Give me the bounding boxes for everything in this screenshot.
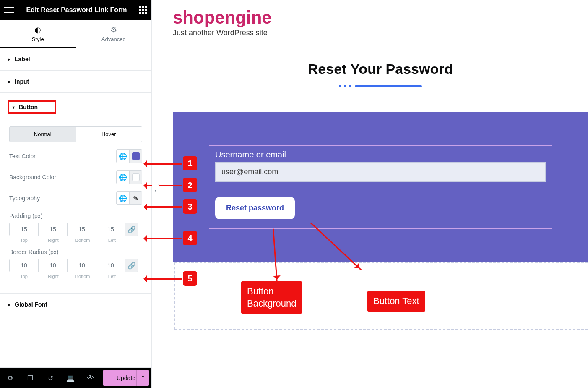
globe-icon[interactable]: 🌐 bbox=[117, 150, 129, 163]
sub-top: Top bbox=[9, 274, 39, 279]
reset-password-button[interactable]: Reset password bbox=[215, 197, 295, 219]
padding-right-input[interactable] bbox=[38, 223, 68, 236]
site-title: shopengine bbox=[173, 8, 588, 28]
color-swatch-icon bbox=[132, 173, 140, 181]
sub-left: Left bbox=[97, 238, 127, 243]
annotation-arrow bbox=[145, 185, 182, 186]
radius-sublabels: Top Right Bottom Left bbox=[9, 274, 142, 279]
padding-sublabels: Top Right Bottom Left bbox=[9, 238, 142, 243]
bg-color-swatch[interactable] bbox=[129, 171, 142, 184]
history-icon[interactable]: ↺ bbox=[40, 368, 60, 388]
control-label: Typography bbox=[9, 195, 116, 202]
update-label: Update bbox=[117, 375, 135, 381]
editor-panel: Edit Reset Password Link Form ◐Style ⚙Ad… bbox=[0, 0, 152, 388]
form-inner: Username or email Reset password bbox=[209, 145, 552, 229]
tab-style[interactable]: ◐Style bbox=[0, 20, 76, 48]
site-tagline: Just another WordPress site bbox=[173, 29, 588, 37]
responsive-icon[interactable]: 💻 bbox=[60, 368, 81, 388]
annotation-arrow bbox=[145, 278, 182, 280]
tab-label: Advanced bbox=[101, 36, 126, 42]
annotation-number: 2 bbox=[183, 178, 197, 192]
section-label[interactable]: ▸Label bbox=[0, 48, 151, 71]
annotation-number: 1 bbox=[183, 156, 197, 170]
caret-right-icon: ▸ bbox=[8, 57, 10, 62]
annotation-number: 3 bbox=[183, 199, 197, 214]
padding-inputs: 🔗 bbox=[9, 223, 142, 236]
sub-right: Right bbox=[39, 274, 68, 279]
section-title: Label bbox=[15, 56, 30, 63]
section-title: Button bbox=[19, 104, 52, 110]
caret-right-icon: ▸ bbox=[8, 302, 10, 307]
sub-left: Left bbox=[97, 274, 127, 279]
panel-tabs: ◐Style ⚙Advanced bbox=[0, 20, 151, 48]
panel-header: Edit Reset Password Link Form bbox=[0, 0, 151, 20]
preview-eye-icon[interactable]: 👁 bbox=[81, 368, 101, 388]
padding-label: Padding (px) bbox=[9, 212, 142, 219]
annotation-arrow bbox=[145, 163, 182, 165]
annotation-arrow bbox=[145, 206, 182, 208]
globe-icon[interactable]: 🌐 bbox=[117, 192, 129, 204]
page-heading: Reset Your Password bbox=[173, 61, 588, 77]
control-label: Text Color bbox=[9, 153, 116, 160]
annotation-highlight: ▾ Button bbox=[8, 100, 56, 114]
caret-right-icon: ▸ bbox=[8, 79, 10, 84]
section-button: ▾ Button Normal Hover Text Color 🌐 Backg… bbox=[0, 93, 151, 294]
sub-bottom: Bottom bbox=[68, 238, 97, 243]
hamburger-icon[interactable] bbox=[4, 5, 14, 15]
divider-line bbox=[355, 85, 422, 87]
annotation-label-bg: Button Background bbox=[241, 281, 302, 314]
section-button-head[interactable]: ▾ Button bbox=[0, 93, 151, 121]
seg-normal[interactable]: Normal bbox=[10, 127, 76, 142]
typography-row: Typography 🌐 ✎ bbox=[9, 191, 142, 205]
panel-footer: ⚙ ❐ ↺ 💻 👁 Update ⌃ bbox=[0, 368, 151, 388]
sub-bottom: Bottom bbox=[68, 274, 97, 279]
settings-icon[interactable]: ⚙ bbox=[0, 368, 20, 388]
half-circle-icon: ◐ bbox=[0, 25, 76, 34]
annotation-number: 4 bbox=[183, 231, 197, 245]
update-button[interactable]: Update ⌃ bbox=[103, 370, 149, 386]
section-input[interactable]: ▸Input bbox=[0, 71, 151, 93]
tab-label: Style bbox=[32, 36, 44, 42]
text-color-row: Text Color 🌐 bbox=[9, 149, 142, 163]
radius-bottom-input[interactable] bbox=[67, 259, 96, 272]
form-container: Username or email Reset password + 🗀 E< … bbox=[173, 112, 588, 262]
bg-color-row: Background Color 🌐 bbox=[9, 170, 142, 184]
padding-bottom-input[interactable] bbox=[67, 223, 96, 236]
control-label: Background Color bbox=[9, 174, 116, 181]
caret-down-icon: ▾ bbox=[13, 105, 15, 110]
radius-left-input[interactable] bbox=[96, 259, 125, 272]
form-field-label: Username or email bbox=[215, 150, 546, 160]
padding-left-input[interactable] bbox=[96, 223, 125, 236]
panel-collapse-handle[interactable]: ‹ bbox=[152, 184, 159, 197]
section-title: Global Font bbox=[15, 301, 47, 308]
globe-icon[interactable]: 🌐 bbox=[117, 171, 129, 184]
radius-top-input[interactable] bbox=[9, 259, 39, 272]
radius-inputs: 🔗 bbox=[9, 259, 142, 272]
padding-top-input[interactable] bbox=[9, 223, 39, 236]
link-values-icon[interactable]: 🔗 bbox=[125, 223, 138, 236]
annotation-label-text: Button Text bbox=[367, 291, 425, 312]
preview-area: shopengine Just another WordPress site R… bbox=[152, 0, 588, 388]
divider-dots-icon bbox=[339, 85, 351, 87]
tab-advanced[interactable]: ⚙Advanced bbox=[76, 20, 152, 48]
chevron-up-icon[interactable]: ⌃ bbox=[136, 370, 149, 386]
divider bbox=[173, 85, 588, 87]
panel-title: Edit Reset Password Link Form bbox=[14, 6, 139, 14]
gear-icon: ⚙ bbox=[76, 25, 152, 34]
section-title: Input bbox=[15, 78, 29, 85]
link-values-icon[interactable]: 🔗 bbox=[125, 259, 138, 272]
color-swatch-icon bbox=[132, 152, 140, 160]
pencil-icon[interactable]: ✎ bbox=[129, 192, 142, 204]
sub-top: Top bbox=[9, 238, 39, 243]
annotation-number: 5 bbox=[183, 271, 197, 286]
apps-grid-icon[interactable] bbox=[139, 6, 147, 14]
email-field[interactable] bbox=[215, 162, 546, 182]
section-global-font[interactable]: ▸Global Font bbox=[0, 294, 151, 368]
section-button-body: Normal Hover Text Color 🌐 Background Col… bbox=[0, 121, 151, 293]
radius-right-input[interactable] bbox=[38, 259, 68, 272]
seg-hover[interactable]: Hover bbox=[76, 127, 142, 142]
sub-right: Right bbox=[39, 238, 68, 243]
radius-label: Border Radius (px) bbox=[9, 249, 142, 255]
state-tabs: Normal Hover bbox=[9, 126, 142, 142]
layers-icon[interactable]: ❐ bbox=[20, 368, 40, 388]
